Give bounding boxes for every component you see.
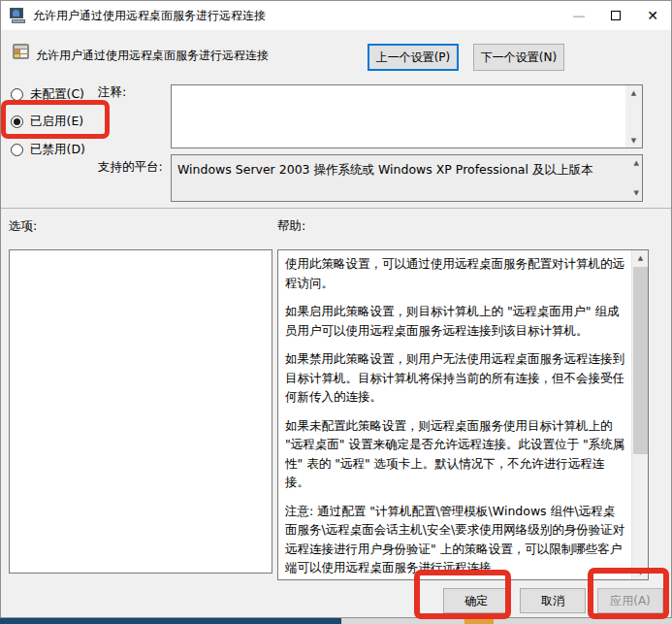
supported-on-label: 支持的平台: <box>98 159 163 176</box>
options-panel[interactable] <box>9 249 272 574</box>
radio-label: 已禁用(D) <box>30 142 85 158</box>
scroll-up-icon[interactable]: ▲ <box>634 159 639 167</box>
supported-on-value: Windows Server 2003 操作系统或 Windows XP Pro… <box>177 162 621 179</box>
supported-on-box: Windows Server 2003 操作系统或 Windows XP Pro… <box>171 154 643 202</box>
comment-label: 注释: <box>98 84 126 101</box>
help-text: 使用此策略设置，可以通过使用远程桌面服务配置对计算机的远程访问。 如果启用此策略… <box>278 250 631 579</box>
scroll-down-icon[interactable]: ▼ <box>625 133 642 148</box>
radio-disabled[interactable]: 已禁用(D) <box>11 142 85 158</box>
help-label: 帮助: <box>277 218 305 235</box>
scroll-up-icon[interactable]: ▲ <box>632 250 649 265</box>
help-paragraph: 使用此策略设置，可以通过使用远程桌面服务配置对计算机的远程访问。 <box>285 254 625 292</box>
next-setting-button[interactable]: 下一个设置(N) <box>473 44 564 71</box>
help-paragraph: 如果未配置此策略设置，则远程桌面服务使用目标计算机上的 "远程桌面" 设置来确定… <box>285 416 625 492</box>
cancel-button[interactable]: 取消 <box>520 588 586 613</box>
radio-circle-selected-icon[interactable] <box>11 115 23 128</box>
policy-setting-dialog: 允许用户通过使用远程桌面服务进行远程连接 — ✕ 允许用户通过使用远程桌面服务进… <box>0 0 672 618</box>
desktop-strip-navy <box>0 618 341 624</box>
help-paragraph: 注意: 通过配置 "计算机配置\管理模板\Windows 组件\远程桌面服务\远… <box>285 502 625 577</box>
minimize-icon[interactable]: — <box>560 1 597 30</box>
options-label: 选项: <box>9 218 37 235</box>
radio-label: 已启用(E) <box>30 114 83 130</box>
window-controls: — ✕ <box>560 1 671 30</box>
help-scrollbar[interactable]: ▲ ▼ <box>631 250 648 579</box>
radio-circle-icon[interactable] <box>11 88 23 101</box>
radio-not-configured[interactable]: 未配置(C) <box>11 86 84 103</box>
policy-setting-icon <box>13 44 29 59</box>
policy-header: 允许用户通过使用远程桌面服务进行远程连接 上一个设置(P) 下一个设置(N) <box>1 40 671 71</box>
desktop-strip-orange <box>464 618 494 624</box>
radio-enabled[interactable]: 已启用(E) <box>11 114 83 130</box>
comment-input[interactable]: ▲ ▼ <box>171 84 643 148</box>
scrollbar-thumb[interactable] <box>633 267 648 454</box>
help-paragraph: 如果启用此策略设置，则目标计算机上的 "远程桌面用户" 组成员用户可以使用远程桌… <box>285 302 625 340</box>
policy-name: 允许用户通过使用远程桌面服务进行远程连接 <box>36 48 269 64</box>
section-divider <box>1 208 671 209</box>
remote-desktop-app-icon <box>10 8 27 23</box>
radio-label: 未配置(C) <box>30 86 84 103</box>
help-paragraph: 如果禁用此策略设置，则用户无法使用远程桌面服务远程连接到目标计算机。目标计算机将… <box>285 349 625 407</box>
radio-circle-icon[interactable] <box>11 144 23 156</box>
scroll-down-icon[interactable]: ▼ <box>632 565 649 579</box>
comment-scrollbar[interactable]: ▲ ▼ <box>625 85 642 148</box>
titlebar: 允许用户通过使用远程桌面服务进行远程连接 — ✕ <box>1 1 671 30</box>
window-title: 允许用户通过使用远程桌面服务进行远程连接 <box>33 8 560 24</box>
previous-setting-button[interactable]: 上一个设置(P) <box>368 44 459 71</box>
close-icon[interactable]: ✕ <box>634 1 671 30</box>
scroll-down-icon[interactable]: ▼ <box>634 189 639 197</box>
maximize-icon[interactable] <box>597 1 634 30</box>
desktop-strip <box>0 618 672 624</box>
scroll-up-icon[interactable]: ▲ <box>625 85 642 100</box>
help-panel: 使用此策略设置，可以通过使用远程桌面服务配置对计算机的远程访问。 如果启用此策略… <box>277 249 649 580</box>
apply-button: 应用(A) <box>597 588 663 613</box>
ok-button[interactable]: 确定 <box>443 588 509 613</box>
